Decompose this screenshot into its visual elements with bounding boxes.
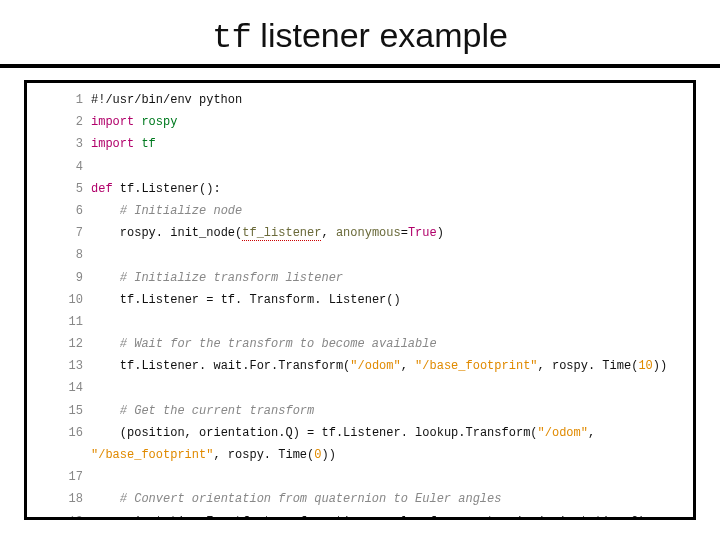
code-line: 13 tf.Listener. wait.For.Transform("/odo… [35,355,685,377]
code-token: tf [120,293,134,307]
code-line: 5def tf.Listener(): [35,178,685,200]
code-token: rospy [134,115,177,129]
code-token: = [401,226,408,240]
line-number: 6 [35,200,83,222]
code-token: . [264,448,271,462]
code-line: 16 (position, orientation.Q) = tf.Listen… [35,422,685,444]
code-token: , rospy [213,448,263,462]
code-line: 10 tf.Listener = tf. Transform. Listener… [35,289,685,311]
code-box: 1#!/usr/bin/env python2import rospy3impo… [24,80,696,520]
code-line: 1#!/usr/bin/env python [35,89,685,111]
slide-title: tf listener example [212,16,508,57]
line-content: "/base_footprint", rospy. Time(0)) [91,448,336,462]
code-token: . [249,515,256,520]
line-content: import tf [91,137,156,151]
code-token: import [91,115,134,129]
code-token: )) [321,448,335,462]
code-token: Listener [343,426,401,440]
code-token: euler_from_quaternion [379,515,537,520]
line-number: 4 [35,156,83,178]
code-token: tf [113,182,135,196]
line-content: tf.Listener. wait.For.Transform("/odom",… [91,359,667,373]
code-line-wrap: "/base_footprint", rospy. Time(0)) [35,444,685,466]
line-number: 2 [35,111,83,133]
line-content: # Wait for the transform to become avail… [91,337,437,351]
code-token: Listener = tf [141,293,235,307]
code-token: lookup [408,426,458,440]
line-content: def tf.Listener(): [91,182,221,196]
line-number: 19 [35,511,83,520]
code-token: anonymous [336,226,401,240]
line-content: #!/usr/bin/env python [91,93,242,107]
code-token: True [408,226,437,240]
code-token: 10 [638,359,652,373]
slide: tf listener example 1#!/usr/bin/env pyth… [0,0,720,540]
line-number: 16 [35,422,83,444]
code-token: Listener() [321,293,400,307]
code-listing: 1#!/usr/bin/env python2import rospy3impo… [35,89,685,520]
code-token: "/odom" [350,359,400,373]
title-rest: listener example [251,16,508,54]
code-token: # Initialize transform listener [120,271,343,285]
code-line: 4 [35,156,685,178]
code-token: "/base_footprint" [91,448,213,462]
code-token: Listener(): [141,182,220,196]
code-line: 9 # Initialize transform listener [35,267,685,289]
code-token: (orientation [538,515,624,520]
line-number: 18 [35,488,83,510]
line-number: 12 [35,333,83,355]
code-token: import [91,137,134,151]
code-token: "/odom" [538,426,588,440]
code-token: , rospy [538,359,588,373]
code-token: transformations [257,515,372,520]
code-token: Q) [631,515,645,520]
code-token: Transform( [278,359,350,373]
title-bar: tf listener example [0,8,720,68]
code-line: 19 orientation.E = tf. transformations. … [35,511,685,520]
code-line: 12 # Wait for the transform to become av… [35,333,685,355]
line-content: tf.Listener = tf. Transform. Listener() [91,293,401,307]
code-token: . [336,426,343,440]
code-token: Transform [242,293,314,307]
code-token: ) [437,226,444,240]
code-line: 6 # Initialize node [35,200,685,222]
title-prefix: tf [212,19,251,57]
line-number: 9 [35,267,83,289]
code-token: wait [206,359,242,373]
line-content: # Initialize node [91,204,242,218]
code-token: rospy [120,226,156,240]
code-line: 8 [35,244,685,266]
line-number: 7 [35,222,83,244]
code-token: , [588,426,595,440]
code-token: tf [134,137,156,151]
line-content: rospy. init_node(tf_listener, anonymous=… [91,226,444,241]
code-line: 14 [35,377,685,399]
code-token: tf [120,359,134,373]
line-number: 14 [35,377,83,399]
line-content: orientation.E = tf. transformations. eul… [91,515,646,520]
code-token: . [401,426,408,440]
code-line: 3import tf [35,133,685,155]
code-token: Listener [141,359,199,373]
code-token: , [321,226,335,240]
line-number: 8 [35,244,83,266]
code-token: Time( [271,448,314,462]
code-token: Transform( [466,426,538,440]
code-token: # Get the current transform [120,404,314,418]
line-content: # Get the current transform [91,404,314,418]
line-content: (position, orientation.Q) = tf.Listener.… [91,426,595,440]
code-token: , [401,359,415,373]
code-token: Q) = tf [285,426,335,440]
code-token: "/base_footprint" [415,359,537,373]
code-line: 2import rospy [35,111,685,133]
code-token: E = tf [206,515,249,520]
code-token: init_node [163,226,235,240]
code-token: . [156,226,163,240]
line-number: 15 [35,400,83,422]
code-token: orientation [120,515,199,520]
code-line: 15 # Get the current transform [35,400,685,422]
line-number: 17 [35,466,83,488]
code-token: Time( [595,359,638,373]
line-number: 3 [35,133,83,155]
line-content: import rospy [91,115,177,129]
